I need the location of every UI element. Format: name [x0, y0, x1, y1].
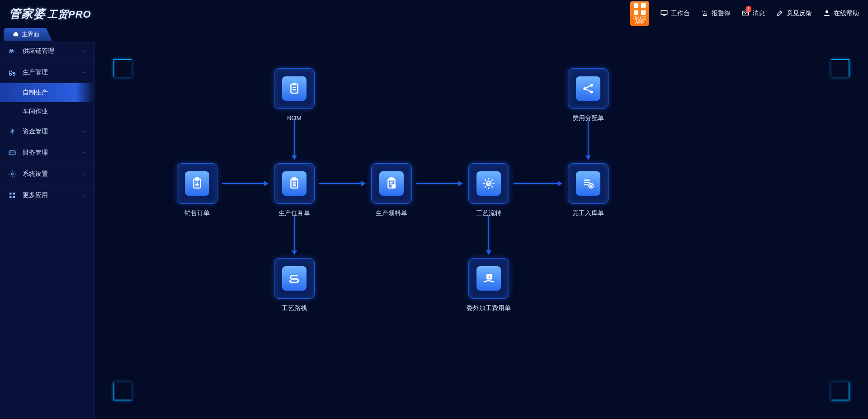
user-icon: [823, 9, 831, 19]
chevron-down-icon: [82, 170, 86, 178]
node-label: BOM: [272, 114, 317, 122]
sidebar-sub-self-production[interactable]: 自制生产: [0, 83, 94, 102]
clipboard-down-icon: [185, 171, 209, 196]
nav-label: 在线帮助: [834, 9, 859, 18]
main-layout: 供应链管理 生产管理 自制生产 车间作业 资金管理 财务管理 系统设置: [0, 41, 868, 419]
svg-rect-6: [9, 193, 12, 195]
sidebar-item-supplychain[interactable]: 供应链管理: [0, 41, 94, 62]
edit-icon: [776, 9, 784, 19]
app-badge-label: 物联宝APP: [633, 16, 646, 25]
clipboard-badge-icon: [379, 171, 404, 196]
sidebar-sub-workshop[interactable]: 车间作业: [0, 102, 94, 121]
share-icon: [576, 76, 600, 101]
nav-alarm[interactable]: 报警簿: [701, 9, 731, 19]
svg-rect-20: [390, 178, 393, 180]
process-diagram: BOM 费用分配单 销售订单 生产任务单 生产领料单: [113, 59, 849, 400]
mail-icon: 1: [741, 9, 750, 19]
sidebar-item-more-apps[interactable]: 更多应用: [0, 185, 94, 206]
node-label: 工艺流转: [466, 209, 511, 217]
svg-rect-4: [9, 151, 15, 155]
list-down-icon: [576, 171, 600, 196]
nav-messages[interactable]: 1 消息: [741, 9, 765, 19]
node-label: 委外加工费用单: [459, 304, 518, 312]
finance-icon: [8, 149, 16, 157]
node-finished-in[interactable]: 完工入库单: [566, 163, 611, 217]
node-label: 生产任务单: [272, 209, 317, 217]
nav-label: 报警簿: [712, 9, 731, 18]
app-download-badge[interactable]: 物联宝APP: [630, 1, 649, 26]
tab-bar: 主界面: [0, 27, 868, 41]
svg-rect-11: [292, 83, 296, 85]
nav-help[interactable]: 在线帮助: [823, 9, 859, 19]
arrow-task-pick: [319, 183, 362, 184]
clipboard-list-icon: [282, 76, 307, 101]
monitor-icon: [660, 9, 668, 19]
sidebar-item-finance[interactable]: 财务管理: [0, 142, 94, 164]
sidebar-label: 供应链管理: [23, 47, 54, 55]
node-bom[interactable]: BOM: [272, 68, 317, 122]
hand-money-icon: ¥: [476, 266, 501, 291]
tab-label: 主界面: [22, 30, 39, 38]
node-process-flow[interactable]: 工艺流转: [466, 163, 511, 217]
nav-label: 消息: [752, 9, 765, 18]
sidebar-label: 财务管理: [23, 149, 48, 157]
grid-icon: [8, 191, 16, 199]
chevron-down-icon: [82, 128, 86, 135]
nav-workbench[interactable]: 工作台: [660, 9, 690, 19]
nav-feedback[interactable]: 意见反馈: [776, 9, 812, 19]
chevron-down-icon: [82, 192, 86, 199]
sidebar-item-funds[interactable]: 资金管理: [0, 121, 94, 142]
sidebar-sub-label: 车间作业: [23, 108, 48, 116]
node-label: 工艺路线: [272, 304, 317, 312]
node-label: 费用分配单: [566, 114, 611, 122]
sidebar: 供应链管理 生产管理 自制生产 车间作业 资金管理 财务管理 系统设置: [0, 41, 95, 419]
content-area: BOM 费用分配单 销售订单 生产任务单 生产领料单: [95, 41, 868, 419]
chevron-up-icon: [82, 69, 86, 76]
node-sales-order[interactable]: 销售订单: [175, 163, 220, 217]
arrow-so-task: [222, 183, 265, 184]
node-process-route[interactable]: 工艺路线: [272, 258, 317, 312]
arrow-fee-fin: [588, 118, 589, 156]
nav-label: 工作台: [671, 9, 690, 18]
arrow-task-route: [294, 215, 295, 251]
arrow-proc-out: [488, 215, 489, 251]
app-logo: 管家婆工贸PRO: [9, 6, 91, 22]
svg-point-1: [826, 10, 828, 13]
node-label: 销售订单: [175, 209, 220, 217]
node-outsource-fee[interactable]: ¥ 委外加工费用单: [459, 258, 518, 312]
svg-point-5: [11, 173, 14, 175]
chain-icon: [8, 47, 16, 55]
node-fee-allocation[interactable]: 费用分配单: [566, 68, 611, 122]
node-material-pick[interactable]: 生产领料单: [369, 163, 414, 217]
chevron-down-icon: [82, 47, 86, 55]
svg-point-21: [392, 185, 396, 188]
arrow-pick-proc: [416, 183, 459, 184]
sidebar-label: 生产管理: [23, 68, 48, 76]
svg-rect-10: [291, 84, 298, 93]
node-label: 生产领料单: [369, 209, 414, 217]
sidebar-item-settings[interactable]: 系统设置: [0, 164, 94, 185]
tab-main[interactable]: 主界面: [4, 28, 52, 41]
sidebar-item-production[interactable]: 生产管理: [0, 62, 94, 83]
node-label: 完工入库单: [566, 209, 611, 217]
logo-main: 管家婆: [9, 7, 46, 20]
home-icon: [13, 31, 19, 38]
chevron-down-icon: [82, 149, 86, 156]
clipboard-lines-icon: [282, 171, 307, 196]
svg-rect-0: [661, 10, 667, 14]
sidebar-label: 系统设置: [23, 170, 48, 178]
route-icon: [282, 266, 307, 291]
header: 管家婆工贸PRO 物联宝APP 工作台 报警簿 1 消息 意见反馈 在线帮: [0, 0, 868, 27]
header-nav: 物联宝APP 工作台 报警簿 1 消息 意见反馈 在线帮助: [630, 1, 859, 26]
node-production-task[interactable]: 生产任务单: [272, 163, 317, 217]
sidebar-label: 资金管理: [23, 127, 48, 136]
qr-icon: [634, 3, 646, 15]
svg-rect-7: [13, 193, 15, 195]
svg-rect-9: [13, 196, 15, 198]
factory-icon: [8, 68, 16, 76]
message-count-badge: 1: [746, 6, 751, 12]
svg-rect-16: [195, 178, 199, 180]
gear-cycle-icon: [476, 171, 501, 196]
nav-label: 意见反馈: [787, 9, 812, 18]
diagram-frame: BOM 费用分配单 销售订单 生产任务单 生产领料单: [113, 59, 850, 401]
